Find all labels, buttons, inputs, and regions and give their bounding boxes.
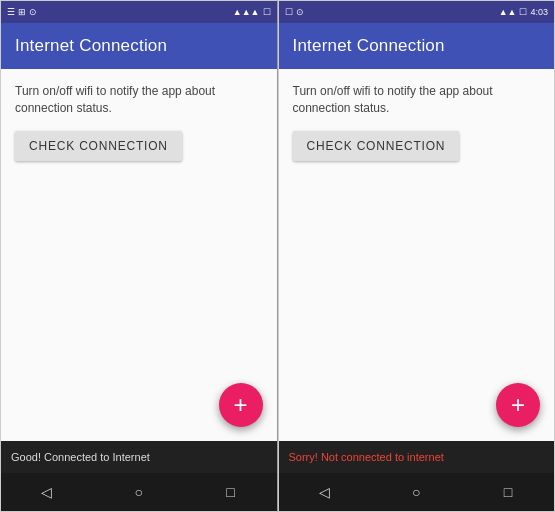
app-icon-r: ⊙ [296, 7, 304, 17]
status-text-left: Good! Connected to Internet [11, 451, 150, 463]
description-right: Turn on/off wifi to notify the app about… [293, 83, 541, 117]
battery-icon-r: ☐ [519, 7, 527, 17]
back-icon-left: ◁ [41, 484, 52, 500]
phone-right: ☐ ⊙ ▲▲ ☐ 4:03 Internet Connection Turn o… [278, 0, 556, 512]
phone-left: ☰ ⊞ ⊙ ▲▲▲ ☐ Internet Connection Turn on/… [0, 0, 278, 512]
time-display: 4:03 [530, 7, 548, 17]
app-bar-left: Internet Connection [1, 23, 277, 69]
status-bar-left: ☰ ⊞ ⊙ ▲▲▲ ☐ [1, 1, 277, 23]
home-icon-right: ○ [412, 484, 420, 500]
content-left: Turn on/off wifi to notify the app about… [1, 69, 277, 441]
back-button-right[interactable]: ◁ [304, 476, 344, 508]
recents-icon-right: □ [504, 484, 512, 500]
back-icon-right: ◁ [319, 484, 330, 500]
notification-icon: ☰ [7, 7, 15, 17]
status-bar-right: ☐ ⊙ ▲▲ ☐ 4:03 [279, 1, 555, 23]
nav-bar-left: ◁ ○ □ [1, 473, 277, 511]
status-right: ▲▲▲ ☐ [233, 7, 271, 17]
status-icons-left: ☰ ⊞ ⊙ [7, 7, 37, 17]
phones-container: ☰ ⊞ ⊙ ▲▲▲ ☐ Internet Connection Turn on/… [0, 0, 555, 512]
app-icon-2: ⊙ [29, 7, 37, 17]
home-icon-left: ○ [135, 484, 143, 500]
fab-left[interactable]: + [219, 383, 263, 427]
bottom-status-right: Sorry! Not connected to internet [279, 441, 555, 473]
status-text-right: Sorry! Not connected to internet [289, 451, 444, 463]
app-title-right: Internet Connection [293, 36, 445, 56]
app-icon-1: ⊞ [18, 7, 26, 17]
battery-icon: ☐ [263, 7, 271, 17]
recents-button-left[interactable]: □ [211, 476, 251, 508]
fab-plus-icon-right: + [511, 391, 525, 419]
app-bar-right: Internet Connection [279, 23, 555, 69]
recents-icon-left: □ [226, 484, 234, 500]
back-button-left[interactable]: ◁ [27, 476, 67, 508]
signal-icon-r: ▲▲ [499, 7, 517, 17]
nav-bar-right: ◁ ○ □ [279, 473, 555, 511]
check-connection-button-right[interactable]: CHECK CONNECTION [293, 131, 460, 161]
status-right-r: ▲▲ ☐ 4:03 [499, 7, 548, 17]
home-button-left[interactable]: ○ [119, 476, 159, 508]
bottom-status-left: Good! Connected to Internet [1, 441, 277, 473]
recents-button-right[interactable]: □ [488, 476, 528, 508]
check-connection-button-left[interactable]: CHECK CONNECTION [15, 131, 182, 161]
signal-icon: ▲▲▲ [233, 7, 260, 17]
home-button-right[interactable]: ○ [396, 476, 436, 508]
status-icons-right: ☐ ⊙ [285, 7, 304, 17]
app-title-left: Internet Connection [15, 36, 167, 56]
description-left: Turn on/off wifi to notify the app about… [15, 83, 263, 117]
fab-right[interactable]: + [496, 383, 540, 427]
content-right: Turn on/off wifi to notify the app about… [279, 69, 555, 441]
notification-icon-r: ☐ [285, 7, 293, 17]
fab-plus-icon-left: + [233, 391, 247, 419]
